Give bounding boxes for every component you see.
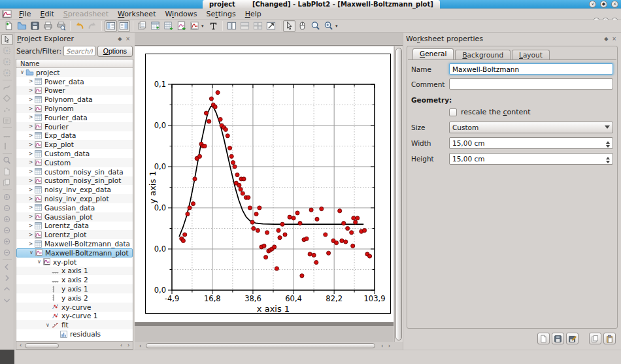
tree-item-gaussian_data[interactable]: >Gaussian_data bbox=[16, 203, 133, 212]
tree-horizontal-scrollbar[interactable]: ‹ ‹ › bbox=[16, 341, 133, 349]
tree-item-xy-plot[interactable]: ∨xy-plot bbox=[16, 257, 133, 267]
document-print-button[interactable] bbox=[42, 20, 54, 32]
name-field[interactable] bbox=[449, 63, 613, 74]
tree-item-x-axis-1[interactable]: x axis 1 bbox=[16, 267, 133, 276]
document-new-button[interactable] bbox=[3, 20, 15, 32]
tree-item-power[interactable]: >Power bbox=[16, 86, 133, 95]
document-save-button[interactable] bbox=[29, 20, 41, 32]
tab-layout[interactable]: Layout bbox=[512, 50, 550, 60]
tree-item-xy-curve[interactable]: xy-curve bbox=[16, 303, 133, 312]
new-plot-button[interactable] bbox=[188, 20, 201, 32]
tree-item-exp_data[interactable]: >Exp_data bbox=[16, 131, 133, 141]
tree-item-lorentz_plot[interactable]: >Lorentz_plot bbox=[16, 230, 133, 239]
tree-item-y-axis-2[interactable]: y axis 2 bbox=[16, 293, 133, 303]
expand-icon[interactable]: > bbox=[27, 241, 34, 247]
pointer-active-button[interactable] bbox=[1, 34, 13, 45]
expand-icon[interactable]: > bbox=[27, 196, 34, 202]
size-combobox[interactable]: Custom bbox=[449, 122, 613, 133]
collapse-icon[interactable]: ∨ bbox=[28, 250, 35, 256]
tab-background[interactable]: Background bbox=[455, 50, 511, 60]
toggle-project-explorer-button[interactable] bbox=[105, 20, 117, 32]
print-preview-button[interactable] bbox=[55, 20, 67, 32]
tree-item-fourier_data[interactable]: >Fourier_data bbox=[16, 113, 133, 122]
tree-item-fourier[interactable]: >Fourier bbox=[16, 122, 133, 131]
zoom-select-mode-button[interactable] bbox=[309, 20, 322, 32]
scroll-left-icon[interactable]: ‹ bbox=[137, 343, 143, 349]
expand-icon[interactable]: > bbox=[27, 78, 34, 84]
tree-item-maxwell-boltzmann_data[interactable]: >Maxwell-Boltzmann_data bbox=[16, 239, 133, 248]
menu-worksheet[interactable]: Worksheet bbox=[113, 9, 160, 19]
new-worksheet-button[interactable] bbox=[175, 20, 188, 32]
tree-item-power_data[interactable]: >Power_data bbox=[16, 77, 133, 86]
worksheet-vertical-scrollbar[interactable] bbox=[394, 46, 403, 342]
collapse-icon[interactable]: ∨ bbox=[36, 259, 42, 265]
tree-item-noisy_inv_exp_data[interactable]: >noisy_inv_exp_data bbox=[16, 185, 133, 194]
expand-icon[interactable]: > bbox=[27, 106, 34, 112]
select-mode-button[interactable] bbox=[283, 20, 295, 32]
tree-item-lorentz_data[interactable]: >Lorentz_data bbox=[16, 222, 133, 231]
expand-icon[interactable]: > bbox=[27, 142, 34, 148]
scroll-right-icon[interactable]: › bbox=[386, 343, 392, 349]
new-spreadsheet-button[interactable] bbox=[149, 20, 161, 32]
minimize-icon[interactable]: ∨ bbox=[589, 1, 596, 8]
maxwell-boltzmann-plot[interactable]: -4,916,838,660,482,2103,90,00,00,00,00,0… bbox=[146, 54, 390, 313]
tree-item-custom[interactable]: >Custom bbox=[16, 158, 133, 167]
expand-icon[interactable]: > bbox=[27, 151, 34, 157]
save-edit-button[interactable] bbox=[566, 333, 579, 344]
toggle-properties-dock-button[interactable] bbox=[118, 20, 130, 32]
spin-down-icon[interactable] bbox=[606, 161, 610, 165]
expand-icon[interactable]: > bbox=[27, 214, 34, 220]
menu-file[interactable]: File bbox=[14, 9, 35, 19]
scroll-left-icon[interactable]: ‹ bbox=[379, 343, 385, 349]
menu-settings[interactable]: Settings bbox=[202, 9, 241, 19]
expand-icon[interactable]: > bbox=[27, 178, 34, 184]
tab-general[interactable]: General bbox=[412, 48, 454, 60]
height-spinbox[interactable]: 15,00 cm bbox=[449, 153, 613, 165]
text-label-button[interactable] bbox=[207, 20, 220, 32]
maximize-icon[interactable]: ◆ bbox=[600, 1, 607, 8]
dock-float-icon[interactable]: ◆ bbox=[116, 36, 124, 42]
expand-icon[interactable]: > bbox=[27, 223, 34, 229]
tree-item-maxwell-boltzmann_plot[interactable]: ∨Maxwell-Boltzmann_plot bbox=[16, 248, 133, 257]
titlebar[interactable]: project [Changed] - LabPlot2 - [Maxwell-… bbox=[0, 0, 621, 8]
worksheet-page[interactable]: -4,916,838,660,482,2103,90,00,00,00,00,0… bbox=[145, 54, 391, 314]
expand-icon[interactable]: > bbox=[27, 97, 34, 103]
expand-icon[interactable]: > bbox=[27, 169, 34, 174]
tree-item-polynom[interactable]: >Polynom bbox=[16, 104, 133, 113]
spin-down-icon[interactable] bbox=[606, 145, 610, 150]
width-spinbox[interactable]: 15,00 cm bbox=[449, 137, 613, 149]
save-button[interactable] bbox=[552, 333, 564, 344]
tree-item-noisy_inv_exp_plot[interactable]: >noisy_inv_exp_plot bbox=[16, 194, 133, 203]
expand-icon[interactable]: > bbox=[27, 124, 34, 129]
chevron-down-icon[interactable]: ▾ bbox=[201, 24, 207, 29]
tree-item-gaussian_plot[interactable]: >Gaussian_plot bbox=[16, 212, 133, 222]
dock-close-icon[interactable]: × bbox=[124, 36, 132, 42]
comment-field[interactable] bbox=[449, 78, 613, 90]
tree-item-custom_noisy_sin_plot[interactable]: >custom_noisy_sin_plot bbox=[16, 176, 133, 186]
dock-close-icon[interactable]: × bbox=[610, 36, 618, 42]
document-open-button[interactable] bbox=[16, 20, 28, 32]
tree-item-custom_data[interactable]: >Custom_data bbox=[16, 149, 133, 158]
tree-item-custom_noisy_sin_data[interactable]: >custom_noisy_sin_data bbox=[16, 167, 133, 176]
worksheet-viewport[interactable]: -4,916,838,660,482,2103,90,00,00,00,00,0… bbox=[135, 46, 394, 322]
rescale-content-checkbox[interactable] bbox=[449, 108, 457, 116]
menu-edit[interactable]: Edit bbox=[35, 9, 58, 19]
chevron-down-icon[interactable]: ▾ bbox=[335, 24, 341, 29]
magnification-button[interactable] bbox=[322, 20, 335, 32]
tree-item-exp_plot[interactable]: >Exp_plot bbox=[16, 140, 133, 149]
expand-icon[interactable]: > bbox=[27, 232, 34, 238]
tree-item-residuals[interactable]: residuals bbox=[16, 329, 133, 339]
close-icon[interactable]: × bbox=[611, 1, 618, 8]
worksheet-horizontal-scrollbar[interactable]: ‹ ‹ › bbox=[136, 342, 394, 350]
tree-item-x-axis-2[interactable]: x axis 2 bbox=[16, 275, 133, 284]
expand-icon[interactable]: > bbox=[27, 114, 34, 120]
navigate-mode-button[interactable] bbox=[296, 20, 309, 32]
break-layout-button[interactable] bbox=[265, 20, 277, 32]
tree-item-xy-curve-1[interactable]: xy-curve 1 bbox=[16, 312, 133, 321]
paste-button[interactable] bbox=[603, 333, 616, 344]
scroll-left-icon[interactable]: ‹ bbox=[18, 342, 24, 348]
new-matrix-button[interactable] bbox=[162, 20, 175, 32]
search-filter-input[interactable] bbox=[63, 46, 95, 56]
collapse-icon[interactable]: ∨ bbox=[19, 69, 25, 75]
tree-column-header-name[interactable]: Name bbox=[16, 59, 133, 68]
